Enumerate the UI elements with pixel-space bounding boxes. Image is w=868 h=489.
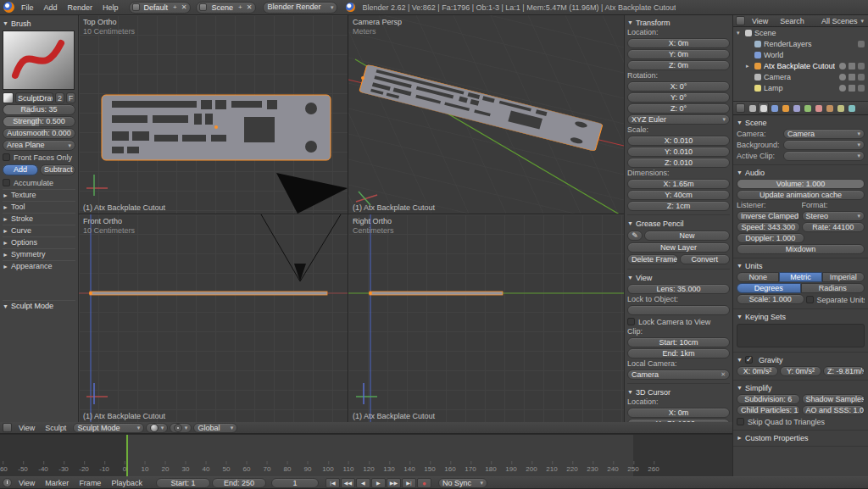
simplify-panel-header[interactable]: ▼Simplify: [737, 382, 865, 393]
brush-preview[interactable]: [3, 31, 75, 90]
grease-pencil-new-button[interactable]: New: [644, 231, 730, 241]
autosmooth-slider[interactable]: Autosmooth: 0.000: [3, 128, 75, 139]
viewport-camera-persp[interactable]: Camera Persp Meters (1) Atx Backplate Cu…: [348, 15, 624, 214]
timeline-menu-view[interactable]: View: [14, 479, 40, 487]
convert-button[interactable]: Convert: [680, 254, 731, 264]
mixdown-button[interactable]: Mixdown: [737, 244, 865, 254]
gravity-panel-header[interactable]: ▼Gravity: [737, 354, 865, 365]
timeline-menu-playback[interactable]: Playback: [106, 479, 147, 487]
skip-quads-checkbox[interactable]: Skip Quad to Triangles: [737, 416, 865, 427]
rotation-radians-button[interactable]: Radians: [801, 283, 865, 293]
rotation-z-field[interactable]: Z: 0°: [627, 103, 730, 114]
viewport-right-ortho[interactable]: Right Ortho Centimeters (1) Atx Backplat…: [348, 214, 624, 422]
current-frame-field[interactable]: 1: [271, 478, 319, 488]
camera-toggle-icon[interactable]: [858, 85, 865, 92]
sync-mode-dropdown[interactable]: No Sync▾: [438, 478, 487, 488]
render-engine-selector[interactable]: Blender Render▾: [263, 2, 337, 14]
cursor-x-field[interactable]: X: 0m: [627, 408, 730, 418]
front-ortho-canvas[interactable]: [79, 214, 348, 422]
timeline-menu-frame[interactable]: Frame: [74, 479, 106, 487]
lens-field[interactable]: Lens: 35.000: [627, 284, 730, 294]
active-clip-field[interactable]: ▾: [783, 151, 865, 161]
scale-x-field[interactable]: X: 0.010: [627, 136, 730, 146]
topbar-menu-add[interactable]: Add: [39, 3, 63, 12]
view3d-editor-type-icon[interactable]: [3, 423, 12, 432]
outliner-item-lamp[interactable]: Lamp: [733, 82, 868, 93]
dimensions-z-field[interactable]: Z: 1cm: [627, 201, 730, 211]
camera-toggle-icon[interactable]: [858, 41, 865, 47]
3d-cursor-panel-header[interactable]: ▼3D Cursor: [627, 386, 730, 397]
dimensions-y-field[interactable]: Y: 40cm: [627, 190, 730, 200]
keying-sets-list[interactable]: [737, 324, 865, 347]
top-ortho-canvas[interactable]: [79, 15, 348, 214]
sample-rate-field[interactable]: Rate: 44100: [802, 222, 865, 232]
units-panel-header[interactable]: ▼Units: [737, 260, 865, 271]
camera-toggle-icon[interactable]: [858, 63, 865, 69]
object-data-tab[interactable]: [802, 103, 813, 114]
dimensions-x-field[interactable]: X: 1.65m: [627, 179, 730, 189]
physics-tab[interactable]: [846, 103, 857, 114]
arrow-toggle-icon[interactable]: [849, 63, 855, 69]
viewport-top-ortho[interactable]: Top Ortho 10 Centimeters (1) Atx Backpla…: [79, 15, 348, 214]
accumulate-checkbox[interactable]: Accumulate: [3, 177, 75, 188]
simplify-child-particles-field[interactable]: Child Particles: 1.000: [737, 405, 800, 415]
transform-panel-header[interactable]: ▼Transform: [627, 17, 730, 28]
view3d-menu-sculpt[interactable]: Sculpt: [40, 424, 71, 432]
properties-editor-type-icon[interactable]: [736, 103, 745, 113]
front-faces-only-checkbox[interactable]: Front Faces Only: [3, 152, 75, 163]
backplate-object[interactable]: [359, 64, 603, 152]
outliner-view-menu[interactable]: View: [747, 17, 773, 25]
simplify-subdivision-field[interactable]: Subdivision: 6: [737, 394, 800, 404]
jump-to-end-button[interactable]: ▶|: [402, 478, 416, 488]
add-button[interactable]: Add: [3, 164, 38, 175]
units-imperial-button[interactable]: Imperial: [822, 272, 865, 282]
eye-toggle-icon[interactable]: [839, 74, 846, 81]
operator-panel-header[interactable]: ▼Sculpt Mode: [3, 300, 75, 311]
doppler-field[interactable]: Doppler: 1.000: [737, 233, 804, 243]
eye-toggle-icon[interactable]: [839, 63, 846, 69]
arrow-toggle-icon[interactable]: [849, 85, 855, 92]
toolshelf-panel-curve[interactable]: ►Curve: [3, 225, 75, 236]
simplify-ao-sss-field[interactable]: AO and SSS: 1.000: [802, 405, 865, 415]
previous-keyframe-button[interactable]: ◀◀: [341, 478, 355, 488]
camera-object[interactable]: [294, 264, 306, 281]
scene-camera-field[interactable]: Camera▾: [783, 129, 865, 139]
backplate-object[interactable]: [90, 292, 327, 295]
viewport-shading-dropdown[interactable]: ▾: [146, 423, 168, 433]
simplify-shadow-samples-field[interactable]: Shadow Samples: 16: [802, 394, 865, 404]
rotation-x-field[interactable]: X: 0°: [627, 81, 730, 92]
background-field[interactable]: ▾: [783, 140, 865, 150]
scene-selector[interactable]: Scene + ✕: [196, 2, 256, 14]
units-metric-button[interactable]: Metric: [779, 272, 821, 282]
sculpt-plane-dropdown[interactable]: Area Plane▾: [3, 140, 75, 151]
viewport-front-ortho[interactable]: Front Ortho 10 Centimeters (1) Atx Backp…: [79, 214, 348, 422]
toolshelf-panel-tool[interactable]: ►Tool: [3, 201, 75, 212]
browse-scenes-icon[interactable]: [199, 3, 207, 11]
brush-name-field[interactable]: SculptDraw: [15, 92, 53, 103]
separate-units-checkbox[interactable]: Separate Units: [806, 294, 865, 305]
pivot-point-dropdown[interactable]: ▾: [170, 423, 192, 433]
audio-channels-dropdown[interactable]: Stereo▾: [802, 211, 865, 221]
outliner-search-menu[interactable]: Search: [775, 17, 810, 25]
speed-of-sound-field[interactable]: Speed: 343.300: [737, 222, 800, 232]
close-screen-icon[interactable]: ✕: [181, 3, 188, 11]
audio-panel-header[interactable]: ▼Audio: [737, 167, 865, 178]
screen-layout-value[interactable]: Default: [142, 3, 170, 12]
rotation-y-field[interactable]: Y: 0°: [627, 92, 730, 103]
frame-end-field[interactable]: End: 250: [212, 478, 266, 488]
material-tab[interactable]: [813, 103, 824, 114]
backplate-object[interactable]: [370, 292, 503, 295]
gravity-x-field[interactable]: X: 0m/s²: [737, 366, 778, 376]
texture-tab[interactable]: [824, 103, 835, 114]
units-none-button[interactable]: None: [737, 272, 779, 282]
grease-pencil-panel-header[interactable]: ▼Grease Pencil: [627, 218, 730, 229]
outliner-item-world[interactable]: World: [733, 49, 868, 60]
topbar-menu-render[interactable]: Render: [63, 3, 98, 12]
volume-slider[interactable]: Volume: 1.000: [737, 179, 865, 189]
toolshelf-panel-stroke[interactable]: ►Stroke: [3, 213, 75, 224]
transform-orientation-dropdown[interactable]: Global▾: [193, 423, 237, 433]
topbar-menu-help[interactable]: Help: [97, 3, 124, 12]
browse-screens-icon[interactable]: [132, 3, 140, 11]
play-button[interactable]: ▶: [371, 478, 386, 488]
right-ortho-canvas[interactable]: [348, 214, 624, 422]
